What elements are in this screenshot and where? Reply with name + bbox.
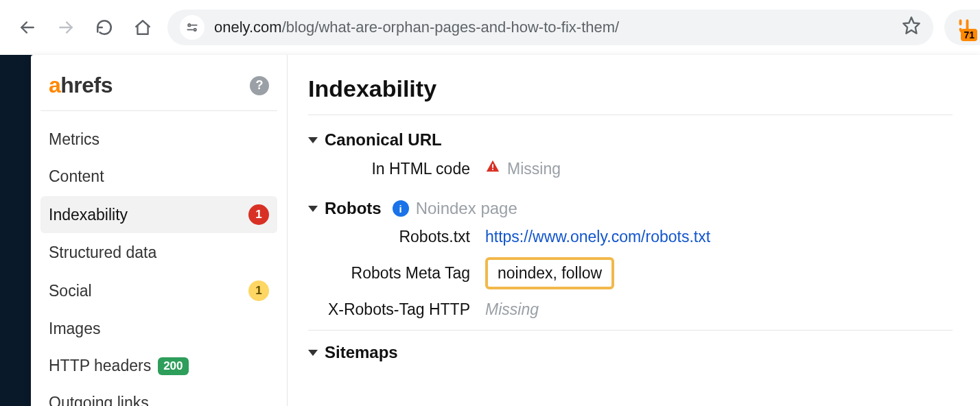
row-label: X-Robots-Tag HTTP bbox=[308, 300, 485, 319]
sidebar-item-label: Content bbox=[49, 167, 104, 186]
section-robots[interactable]: Robots i Noindex page bbox=[308, 199, 953, 218]
section-heading: Robots bbox=[325, 199, 382, 218]
sidebar-item-label: Images bbox=[49, 320, 100, 338]
sidebar-item-label: Outgoing links bbox=[49, 394, 149, 406]
svg-point-2 bbox=[188, 24, 190, 26]
row-value: Missing bbox=[485, 159, 561, 178]
row-robots-txt: Robots.txt https://www.onely.com/robots.… bbox=[308, 228, 953, 246]
row-label: In HTML code bbox=[308, 160, 485, 178]
sidebar-item-label: Structured data bbox=[49, 243, 156, 262]
row-label: Robots.txt bbox=[308, 228, 485, 246]
sidebar-item-label: Indexability bbox=[49, 206, 128, 224]
row-label: Robots Meta Tag bbox=[308, 264, 485, 283]
main-content: Indexability Canonical URL In HTML code … bbox=[288, 55, 980, 406]
error-count-badge: 1 bbox=[248, 204, 269, 225]
caret-down-icon bbox=[308, 350, 318, 356]
sidebar-item-metrics[interactable]: Metrics bbox=[40, 122, 277, 157]
svg-rect-7 bbox=[492, 164, 493, 168]
browser-toolbar: onely.com/blog/what-are-orphan-pages-and… bbox=[0, 0, 980, 55]
sidebar-item-content[interactable]: Content bbox=[40, 159, 277, 194]
sidebar-item-social[interactable]: Social 1 bbox=[40, 272, 277, 309]
status-code-badge: 200 bbox=[158, 357, 188, 375]
ahrefs-logo: ahrefs bbox=[49, 73, 113, 98]
sidebar-item-indexability[interactable]: Indexability 1 bbox=[40, 196, 277, 233]
row-value: noindex, follow bbox=[485, 257, 614, 289]
extension-panel: ahrefs ? Metrics Content Indexability 1 … bbox=[31, 55, 980, 406]
caret-down-icon bbox=[308, 137, 318, 143]
help-icon[interactable]: ? bbox=[250, 76, 269, 95]
sidebar-header: ahrefs ? bbox=[40, 73, 277, 111]
forward-button[interactable] bbox=[52, 14, 80, 41]
section-heading: Sitemaps bbox=[325, 343, 398, 362]
section-heading: Canonical URL bbox=[325, 130, 442, 150]
sidebar-item-label: HTTP headers bbox=[49, 357, 151, 375]
sidebar-item-images[interactable]: Images bbox=[40, 311, 277, 346]
divider bbox=[308, 330, 953, 331]
sidebar-item-structured-data[interactable]: Structured data bbox=[40, 235, 277, 270]
highlighted-value: noindex, follow bbox=[485, 257, 614, 289]
reload-button[interactable] bbox=[91, 14, 118, 41]
sidebar-item-http-headers[interactable]: HTTP headers 200 bbox=[40, 348, 277, 383]
row-x-robots: X-Robots-Tag HTTP Missing bbox=[308, 300, 953, 319]
row-value: Missing bbox=[485, 300, 539, 319]
page-title: Indexability bbox=[308, 75, 953, 115]
robots-txt-link[interactable]: https://www.onely.com/robots.txt bbox=[485, 228, 710, 246]
sidebar-item-label: Metrics bbox=[49, 130, 100, 149]
row-robots-meta: Robots Meta Tag noindex, follow bbox=[308, 257, 953, 289]
back-button[interactable] bbox=[14, 14, 41, 41]
svg-point-4 bbox=[194, 29, 196, 31]
sidebar: ahrefs ? Metrics Content Indexability 1 … bbox=[31, 55, 288, 406]
svg-rect-8 bbox=[492, 169, 493, 170]
star-icon[interactable] bbox=[902, 16, 921, 39]
extension-button[interactable]: 71 bbox=[944, 10, 980, 45]
row-canonical-html: In HTML code Missing bbox=[308, 159, 953, 178]
section-hint: Noindex page bbox=[416, 199, 517, 218]
info-icon[interactable]: i bbox=[393, 200, 409, 217]
warning-icon bbox=[485, 159, 500, 178]
url-text: onely.com/blog/what-are-orphan-pages-and… bbox=[214, 19, 619, 36]
extension-badge-count: 71 bbox=[961, 29, 977, 41]
section-sitemaps[interactable]: Sitemaps bbox=[308, 343, 953, 362]
sidebar-item-label: Social bbox=[49, 282, 92, 300]
svg-marker-6 bbox=[903, 17, 919, 33]
home-button[interactable] bbox=[129, 14, 156, 41]
site-settings-icon[interactable] bbox=[180, 15, 205, 40]
section-canonical-url[interactable]: Canonical URL bbox=[308, 130, 953, 150]
address-bar[interactable]: onely.com/blog/what-are-orphan-pages-and… bbox=[167, 10, 933, 45]
warning-count-badge: 1 bbox=[248, 280, 269, 301]
sidebar-item-outgoing-links[interactable]: Outgoing links bbox=[40, 385, 277, 406]
caret-down-icon bbox=[308, 206, 318, 212]
